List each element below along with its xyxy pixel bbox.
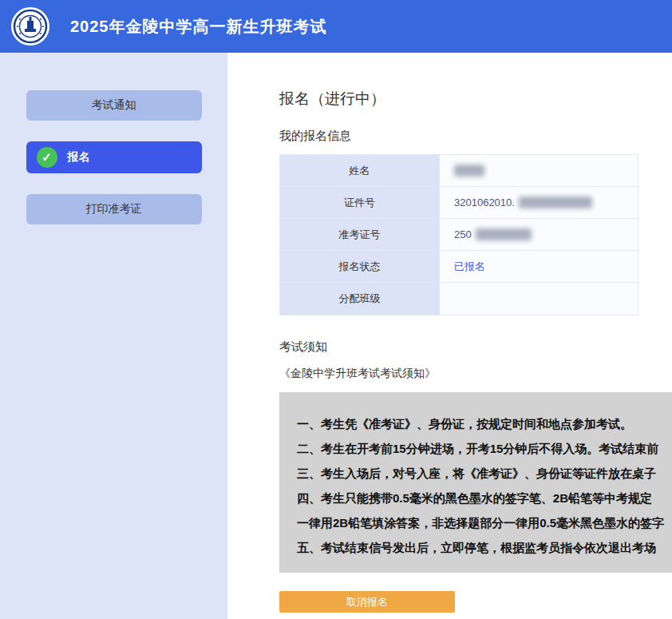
exam-notice-box: 一、考生凭《准考证》、身份证，按规定时间和地点参加考试。 二、考生在开考前15分… (279, 392, 672, 573)
main-content: 报名（进行中） 我的报名信息 姓名 证件号 3201062010. 准考证号 2… (227, 53, 672, 619)
main-layout: 考试通知 ✓ 报名 打印准考证 报名（进行中） 我的报名信息 姓名 证件号 (0, 53, 672, 619)
row-value (440, 283, 638, 315)
redacted-blur (519, 196, 592, 208)
notice-line: 二、考生在开考前15分钟进场，开考15分钟后不得入场。考试结束前 (297, 436, 672, 461)
notice-line: 五、考试结束信号发出后，立即停笔，根据监考员指令依次退出考场 (297, 535, 672, 560)
row-label: 分配班级 (280, 283, 440, 315)
row-label: 准考证号 (280, 219, 440, 250)
table-row-registration-status: 报名状态 已报名 (280, 251, 638, 283)
notice-line: 四、考生只能携带0.5毫米的黑色墨水的签字笔、2B铅笔等中考规定 (297, 486, 672, 510)
row-value: 已报名 (440, 251, 638, 282)
row-label: 报名状态 (280, 251, 440, 282)
exam-notice-subtitle: 《金陵中学升班考试考试须知》 (279, 367, 672, 381)
table-row-name: 姓名 (280, 155, 638, 187)
row-value: 3201062010. (440, 187, 638, 218)
notice-line: 一、考生凭《准考证》、身份证，按规定时间和地点参加考试。 (297, 411, 672, 436)
notice-line: 三、考生入场后，对号入座，将《准考证》、身份证等证件放在桌子 (297, 461, 672, 486)
row-value: 250 (440, 219, 638, 250)
page-title: 报名（进行中） (279, 89, 672, 109)
row-label: 姓名 (280, 155, 440, 186)
school-seal-icon (13, 9, 48, 44)
check-circle-icon: ✓ (37, 147, 57, 168)
sidebar-item-print-admission[interactable]: 打印准考证 (26, 194, 202, 224)
sidebar-item-label: 考试通知 (92, 98, 136, 113)
exam-notice-title: 考试须知 (279, 339, 672, 355)
redacted-blur (454, 165, 484, 177)
registration-info-title: 我的报名信息 (279, 129, 672, 144)
sidebar-item-label: 打印准考证 (86, 202, 142, 216)
sidebar-item-exam-notice[interactable]: 考试通知 (26, 90, 202, 121)
app-header: 2025年金陵中学高一新生升班考试 (0, 0, 672, 53)
notice-line: 一律用2B铅笔填涂答案，非选择题部分一律用0.5毫米黑色墨水的签字 (297, 510, 672, 535)
school-logo (11, 7, 49, 46)
table-row-admission-number: 准考证号 250 (280, 219, 638, 251)
registration-info-table: 姓名 证件号 3201062010. 准考证号 250 (279, 154, 638, 315)
page-title-header: 2025年金陵中学高一新生升班考试 (70, 16, 327, 38)
row-value (440, 155, 638, 186)
table-row-assigned-class: 分配班级 (280, 283, 638, 315)
sidebar-item-registration[interactable]: ✓ 报名 (26, 141, 202, 173)
sidebar: 考试通知 ✓ 报名 打印准考证 (0, 53, 227, 619)
row-label: 证件号 (280, 187, 440, 218)
redacted-blur (476, 228, 532, 240)
sidebar-item-label: 报名 (68, 150, 90, 165)
status-badge: 已报名 (454, 260, 485, 274)
cancel-registration-button[interactable]: 取消报名 (279, 591, 455, 613)
table-row-id-number: 证件号 3201062010. (280, 187, 638, 219)
